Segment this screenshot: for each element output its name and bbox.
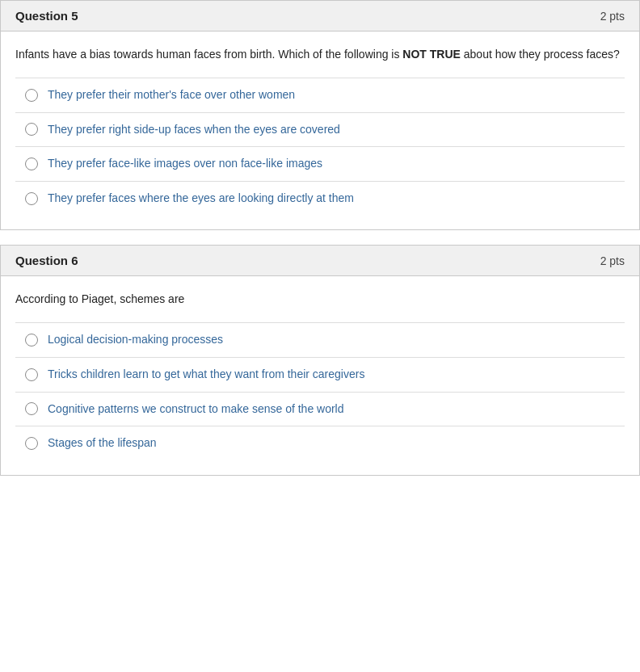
- question-5-option-2-label: They prefer right side-up faces when the…: [48, 122, 340, 138]
- radio-icon-q5-4: [25, 192, 38, 205]
- radio-icon-q6-2: [25, 368, 38, 381]
- question-5-options: They prefer their mother's face over oth…: [15, 78, 625, 215]
- question-6-option-3-label: Cognitive patterns we construct to make …: [48, 401, 344, 418]
- question-5-option-3-label: They prefer face-like images over non fa…: [48, 156, 322, 172]
- question-6-option-1-label: Logical decision-making processes: [48, 332, 223, 348]
- question-6-option-2[interactable]: Tricks children learn to get what they w…: [15, 357, 625, 392]
- question-6-option-4[interactable]: Stages of the lifespan: [15, 426, 625, 460]
- question-6-option-3[interactable]: Cognitive patterns we construct to make …: [15, 392, 625, 426]
- question-5-block: Question 5 2 pts Infants have a bias tow…: [0, 0, 640, 230]
- question-6-options: Logical decision-making processes Tricks…: [15, 322, 625, 460]
- question-5-title: Question 5: [15, 9, 78, 23]
- question-6-header: Question 6 2 pts: [1, 246, 639, 276]
- question-6-option-4-label: Stages of the lifespan: [48, 435, 157, 452]
- question-5-option-4[interactable]: They prefer faces where the eyes are loo…: [15, 181, 625, 216]
- question-6-text: According to Piaget, schemes are: [15, 291, 625, 308]
- question-5-body: Infants have a bias towards human faces …: [1, 32, 639, 229]
- question-5-option-4-label: They prefer faces where the eyes are loo…: [48, 191, 354, 207]
- radio-icon-q6-1: [25, 334, 38, 346]
- question-6-option-2-label: Tricks children learn to get what they w…: [48, 367, 364, 383]
- radio-icon-q6-4: [25, 437, 38, 450]
- question-5-pts: 2 pts: [600, 10, 625, 23]
- question-5-option-2[interactable]: They prefer right side-up faces when the…: [15, 112, 625, 147]
- question-6-option-1[interactable]: Logical decision-making processes: [15, 322, 625, 357]
- question-6-pts: 2 pts: [600, 254, 625, 267]
- question-5-option-1[interactable]: They prefer their mother's face over oth…: [15, 78, 625, 112]
- question-5-option-1-label: They prefer their mother's face over oth…: [48, 87, 295, 103]
- radio-icon-q5-2: [25, 123, 38, 136]
- question-5-option-3[interactable]: They prefer face-like images over non fa…: [15, 146, 625, 181]
- question-6-title: Question 6: [15, 254, 78, 267]
- radio-icon-q5-1: [25, 89, 38, 102]
- question-6-body: According to Piaget, schemes are Logical…: [1, 276, 639, 474]
- question-5-text: Infants have a bias towards human faces …: [15, 46, 625, 63]
- radio-icon-q5-3: [25, 158, 38, 170]
- question-6-block: Question 6 2 pts According to Piaget, sc…: [0, 245, 640, 475]
- question-5-header: Question 5 2 pts: [1, 1, 639, 32]
- radio-icon-q6-3: [25, 402, 38, 415]
